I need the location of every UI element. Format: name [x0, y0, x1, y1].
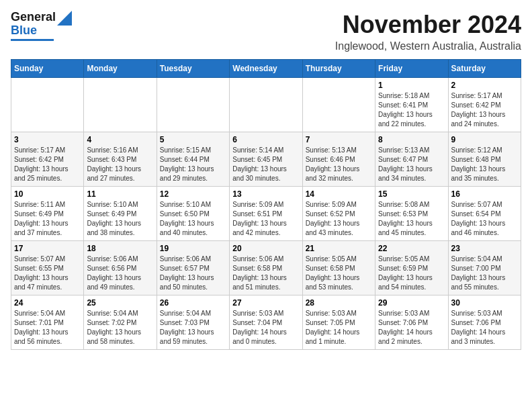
day-number: 10	[14, 189, 81, 199]
day-number: 23	[451, 244, 518, 253]
calendar-cell: 23Sunrise: 5:04 AMSunset: 7:00 PMDayligh…	[448, 241, 521, 295]
calendar-cell: 6Sunrise: 5:14 AMSunset: 6:45 PMDaylight…	[230, 132, 302, 187]
header-cell-thursday: Thursday	[302, 60, 375, 78]
day-info: Sunrise: 5:10 AMSunset: 6:50 PMDaylight:…	[160, 200, 226, 238]
day-info: Sunrise: 5:06 AMSunset: 6:56 PMDaylight:…	[87, 255, 153, 292]
week-row-5: 24Sunrise: 5:04 AMSunset: 7:01 PMDayligh…	[11, 295, 521, 350]
title-section: November 2024 Inglewood, Western Austral…	[335, 11, 521, 52]
calendar-cell: 4Sunrise: 5:16 AMSunset: 6:43 PMDaylight…	[84, 132, 157, 187]
calendar-cell	[230, 78, 302, 132]
calendar-cell: 26Sunrise: 5:04 AMSunset: 7:03 PMDayligh…	[157, 295, 229, 350]
header-cell-sunday: Sunday	[11, 60, 84, 78]
calendar-cell: 7Sunrise: 5:13 AMSunset: 6:46 PMDaylight…	[302, 132, 375, 187]
calendar-cell: 25Sunrise: 5:04 AMSunset: 7:02 PMDayligh…	[84, 295, 157, 350]
day-info: Sunrise: 5:04 AMSunset: 7:03 PMDaylight:…	[160, 309, 226, 347]
day-info: Sunrise: 5:10 AMSunset: 6:49 PMDaylight:…	[87, 200, 153, 238]
day-number: 27	[232, 298, 299, 308]
day-number: 14	[306, 189, 372, 199]
week-row-2: 3Sunrise: 5:17 AMSunset: 6:42 PMDaylight…	[11, 132, 521, 187]
day-number: 26	[160, 298, 226, 308]
logo-text: GeneralBlue	[11, 11, 56, 38]
week-row-1: 1Sunrise: 5:18 AMSunset: 6:41 PMDaylight…	[11, 78, 521, 132]
day-number: 24	[14, 298, 81, 308]
day-number: 25	[87, 298, 153, 308]
day-info: Sunrise: 5:07 AMSunset: 6:55 PMDaylight:…	[14, 255, 81, 292]
calendar-cell: 18Sunrise: 5:06 AMSunset: 6:56 PMDayligh…	[84, 241, 157, 295]
calendar-cell: 19Sunrise: 5:06 AMSunset: 6:57 PMDayligh…	[157, 241, 229, 295]
calendar-cell: 12Sunrise: 5:10 AMSunset: 6:50 PMDayligh…	[157, 187, 229, 241]
day-info: Sunrise: 5:05 AMSunset: 6:59 PMDaylight:…	[378, 255, 445, 292]
calendar-cell: 20Sunrise: 5:06 AMSunset: 6:58 PMDayligh…	[230, 241, 302, 295]
calendar-cell: 5Sunrise: 5:15 AMSunset: 6:44 PMDaylight…	[157, 132, 229, 187]
day-info: Sunrise: 5:17 AMSunset: 6:42 PMDaylight:…	[451, 91, 518, 129]
day-number: 22	[378, 244, 445, 253]
day-number: 2	[451, 81, 518, 90]
calendar-cell: 13Sunrise: 5:09 AMSunset: 6:51 PMDayligh…	[230, 187, 302, 241]
calendar-cell: 30Sunrise: 5:03 AMSunset: 7:06 PMDayligh…	[448, 295, 521, 350]
day-info: Sunrise: 5:05 AMSunset: 6:58 PMDaylight:…	[306, 255, 372, 292]
day-number: 5	[160, 135, 226, 144]
day-number: 15	[378, 189, 445, 199]
calendar-cell: 21Sunrise: 5:05 AMSunset: 6:58 PMDayligh…	[302, 241, 375, 295]
calendar-cell	[302, 78, 375, 132]
calendar-body: 1Sunrise: 5:18 AMSunset: 6:41 PMDaylight…	[11, 78, 521, 350]
day-number: 30	[451, 298, 518, 308]
day-number: 16	[451, 189, 518, 199]
day-number: 20	[232, 244, 299, 253]
logo: GeneralBlue	[11, 11, 72, 41]
day-info: Sunrise: 5:17 AMSunset: 6:42 PMDaylight:…	[14, 146, 81, 183]
day-info: Sunrise: 5:09 AMSunset: 6:52 PMDaylight:…	[306, 200, 372, 238]
day-info: Sunrise: 5:14 AMSunset: 6:45 PMDaylight:…	[232, 146, 299, 183]
calendar-cell: 10Sunrise: 5:11 AMSunset: 6:49 PMDayligh…	[11, 187, 84, 241]
week-row-3: 10Sunrise: 5:11 AMSunset: 6:49 PMDayligh…	[11, 187, 521, 241]
day-info: Sunrise: 5:03 AMSunset: 7:06 PMDaylight:…	[378, 309, 445, 347]
calendar-cell: 17Sunrise: 5:07 AMSunset: 6:55 PMDayligh…	[11, 241, 84, 295]
day-info: Sunrise: 5:16 AMSunset: 6:43 PMDaylight:…	[87, 146, 153, 183]
calendar-cell: 29Sunrise: 5:03 AMSunset: 7:06 PMDayligh…	[375, 295, 448, 350]
day-info: Sunrise: 5:04 AMSunset: 7:02 PMDaylight:…	[87, 309, 153, 347]
calendar-cell	[11, 78, 84, 132]
day-number: 17	[14, 244, 81, 253]
day-number: 12	[160, 189, 226, 199]
day-info: Sunrise: 5:15 AMSunset: 6:44 PMDaylight:…	[160, 146, 226, 183]
day-info: Sunrise: 5:12 AMSunset: 6:48 PMDaylight:…	[451, 146, 518, 183]
header-cell-tuesday: Tuesday	[157, 60, 229, 78]
calendar-cell: 28Sunrise: 5:03 AMSunset: 7:05 PMDayligh…	[302, 295, 375, 350]
day-number: 18	[87, 244, 153, 253]
calendar-cell: 1Sunrise: 5:18 AMSunset: 6:41 PMDaylight…	[375, 78, 448, 132]
day-number: 1	[378, 81, 445, 90]
calendar-cell	[157, 78, 229, 132]
calendar-cell: 2Sunrise: 5:17 AMSunset: 6:42 PMDaylight…	[448, 78, 521, 132]
day-info: Sunrise: 5:06 AMSunset: 6:58 PMDaylight:…	[232, 255, 299, 292]
day-number: 19	[160, 244, 226, 253]
day-info: Sunrise: 5:18 AMSunset: 6:41 PMDaylight:…	[378, 91, 445, 129]
header-cell-friday: Friday	[375, 60, 448, 78]
calendar-cell: 11Sunrise: 5:10 AMSunset: 6:49 PMDayligh…	[84, 187, 157, 241]
calendar-cell: 22Sunrise: 5:05 AMSunset: 6:59 PMDayligh…	[375, 241, 448, 295]
day-info: Sunrise: 5:04 AMSunset: 7:00 PMDaylight:…	[451, 255, 518, 292]
day-info: Sunrise: 5:06 AMSunset: 6:57 PMDaylight:…	[160, 255, 226, 292]
day-number: 3	[14, 135, 81, 144]
header-cell-saturday: Saturday	[448, 60, 521, 78]
main-title: November 2024	[335, 11, 521, 39]
day-info: Sunrise: 5:13 AMSunset: 6:46 PMDaylight:…	[306, 146, 372, 183]
calendar-cell: 14Sunrise: 5:09 AMSunset: 6:52 PMDayligh…	[302, 187, 375, 241]
day-info: Sunrise: 5:03 AMSunset: 7:04 PMDaylight:…	[232, 309, 299, 347]
day-info: Sunrise: 5:03 AMSunset: 7:05 PMDaylight:…	[306, 309, 372, 347]
day-number: 29	[378, 298, 445, 308]
day-info: Sunrise: 5:09 AMSunset: 6:51 PMDaylight:…	[232, 200, 299, 238]
day-info: Sunrise: 5:13 AMSunset: 6:47 PMDaylight:…	[378, 146, 445, 183]
logo-icon	[57, 11, 72, 26]
header-row: SundayMondayTuesdayWednesdayThursdayFrid…	[11, 60, 521, 78]
day-info: Sunrise: 5:03 AMSunset: 7:06 PMDaylight:…	[451, 309, 518, 347]
calendar-cell: 15Sunrise: 5:08 AMSunset: 6:53 PMDayligh…	[375, 187, 448, 241]
calendar-cell	[84, 78, 157, 132]
day-number: 7	[306, 135, 372, 144]
week-row-4: 17Sunrise: 5:07 AMSunset: 6:55 PMDayligh…	[11, 241, 521, 295]
svg-marker-0	[57, 11, 72, 26]
calendar-cell: 3Sunrise: 5:17 AMSunset: 6:42 PMDaylight…	[11, 132, 84, 187]
calendar-cell: 24Sunrise: 5:04 AMSunset: 7:01 PMDayligh…	[11, 295, 84, 350]
calendar-cell: 9Sunrise: 5:12 AMSunset: 6:48 PMDaylight…	[448, 132, 521, 187]
header-cell-wednesday: Wednesday	[230, 60, 302, 78]
page-header: GeneralBlue November 2024 Inglewood, Wes…	[11, 11, 521, 52]
